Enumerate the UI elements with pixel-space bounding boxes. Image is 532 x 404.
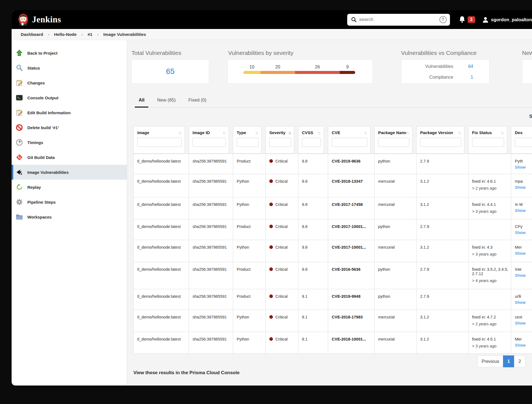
show-link[interactable]: Show [515, 343, 532, 347]
page-1-button[interactable]: 1 [503, 355, 514, 367]
show-link[interactable]: Show [515, 251, 532, 256]
cell-package-name: mercurial [375, 240, 417, 262]
sidebar-item-git-build-data[interactable]: Git Build Data [12, 150, 127, 165]
breadcrumb-page[interactable]: Image Vulnerabilities [103, 32, 146, 37]
filter-input-package-name[interactable] [378, 138, 409, 147]
cell-type: Python [233, 310, 266, 332]
column-header-type[interactable]: Type ↑↓ [233, 126, 262, 154]
previous-page-button[interactable]: Previous [478, 355, 503, 367]
tab-bar: All New (65) Fixed (0) [135, 94, 532, 108]
column-header-image-id[interactable]: Image ID ↑↓ [189, 126, 229, 154]
filter-input-type[interactable] [237, 138, 259, 147]
cell-cve: CVE-2017-10001... [328, 240, 375, 262]
compliance-count-link[interactable]: 1 [453, 75, 473, 80]
notification-bell-icon[interactable] [459, 16, 465, 23]
column-header-package-version[interactable]: Package Version ↑↓ [416, 126, 464, 154]
tab-new[interactable]: New (65) [153, 94, 180, 107]
sidebar-item-replay[interactable]: Replay [12, 180, 127, 195]
column-header-fix-status[interactable]: Fix Status ↑↓ [468, 126, 507, 154]
cell-image-id: sha256:387985591 [189, 174, 233, 197]
sidebar-item-changes[interactable]: Changes [12, 75, 127, 90]
breadcrumb: Dashboard › Hello-Node › #1 › Image Vuln… [12, 29, 532, 40]
show-link[interactable]: Show [515, 185, 532, 190]
sort-desc-icon: ↓ [180, 130, 181, 135]
sort-icon[interactable]: ↑↓ [406, 130, 409, 135]
cell-fix-status [468, 219, 511, 240]
severity-segment-critical [340, 71, 355, 74]
sidebar-item-console-output[interactable]: Console Output [12, 90, 127, 105]
column-header-severity[interactable]: Severity ↑↓ [265, 126, 294, 154]
cell-description: mpaShow [511, 174, 532, 197]
notification-count-badge[interactable]: 3 [468, 16, 475, 23]
show-link[interactable]: Show [515, 230, 532, 235]
sort-icon[interactable]: ↑↓ [223, 130, 226, 135]
cell-type: Python [233, 197, 266, 219]
breadcrumb-project[interactable]: Hello-Node [54, 32, 77, 37]
table-row: tl_demo/hellonode:latest sha256:38798559… [134, 219, 532, 240]
filter-input-severity[interactable] [269, 138, 291, 147]
sort-icon[interactable]: ↑↓ [178, 130, 182, 135]
filter-input-image[interactable] [137, 138, 182, 147]
show-link[interactable]: Show [515, 165, 532, 169]
sort-icon-active[interactable]: ↑↓ [288, 130, 291, 135]
column-header-cve[interactable]: CVE ↑↓ [328, 126, 370, 154]
sidebar-item-pipeline-steps[interactable]: Pipeline Steps [12, 195, 127, 209]
table-header-row: Image ↑↓ Image ID ↑↓ Type ↑↓ [133, 126, 532, 154]
sort-icon[interactable]: ↑↓ [255, 130, 259, 135]
sort-icon[interactable]: ↑↓ [364, 130, 367, 135]
severity-critical-count: 9 [340, 65, 355, 70]
sidebar-item-delete-build[interactable]: Delete build ‘#1’ [12, 120, 127, 135]
card-title-total: Total Vulnerabilities [131, 50, 181, 56]
help-icon[interactable]: ? [439, 16, 447, 23]
sort-desc-icon: ↓ [319, 130, 320, 135]
sidebar-item-timings[interactable]: Timings [12, 135, 127, 150]
sidebar-item-edit-build-information[interactable]: Edit Build Information [12, 105, 127, 120]
cell-package-version: 2.7.9 [417, 219, 468, 240]
sort-desc-icon: ↓ [407, 130, 409, 135]
column-header-description[interactable]: Des [511, 126, 532, 154]
show-link[interactable]: Show [515, 300, 532, 305]
column-header-cvss[interactable]: CVSS ↑↓ [298, 126, 324, 154]
show-link[interactable]: Show [515, 321, 532, 325]
filter-input-fix-status[interactable] [472, 138, 504, 147]
jenkins-window: Jenkins ? 3 sgordon_paloalton [12, 10, 532, 386]
sort-icon[interactable]: ↑↓ [458, 130, 461, 135]
filter-input-description[interactable] [515, 138, 532, 147]
tab-fixed[interactable]: Fixed (0) [185, 94, 210, 107]
show-link[interactable]: Show [515, 273, 532, 278]
prisma-console-link[interactable]: View these results in the Prisma Cloud C… [133, 370, 239, 376]
vulnerabilities-count-link[interactable]: 64 [453, 64, 473, 69]
user-icon [482, 17, 489, 23]
table-row: tl_demo/hellonode:latest sha256:38798559… [134, 262, 532, 289]
jenkins-logo-icon[interactable] [18, 13, 29, 26]
cell-image-id: sha256:387985591 [189, 219, 233, 240]
sort-icon[interactable]: ↑↓ [501, 130, 504, 135]
search-input[interactable] [359, 17, 439, 22]
filter-input-image-id[interactable] [193, 138, 226, 147]
arrow-up-icon [16, 49, 23, 57]
page-2-button[interactable]: 2 [514, 355, 525, 367]
cell-type: Product [233, 219, 266, 240]
cell-description: CPyShow [511, 219, 532, 240]
cell-cve: CVE-2018-17983 [328, 310, 375, 332]
user-menu[interactable]: sgordon_paloalton [482, 17, 532, 23]
filter-input-cve[interactable] [332, 138, 367, 147]
brand-wordmark[interactable]: Jenkins [32, 15, 61, 25]
breadcrumb-dashboard[interactable]: Dashboard [21, 32, 43, 37]
tab-all[interactable]: All [135, 94, 148, 108]
sidebar-item-back-to-project[interactable]: Back to Project [12, 46, 127, 60]
table-row: tl_demo/hellonode:latest sha256:38798559… [134, 240, 532, 262]
show-link[interactable]: Show [515, 208, 532, 213]
sidebar-item-status[interactable]: Status [12, 60, 127, 75]
column-header-package-name[interactable]: Package Name ↑↓ [374, 126, 412, 154]
sidebar-item-image-vulnerabilities[interactable]: Image Vulnerabilities [12, 165, 127, 180]
cell-cvss: 9.8 [298, 219, 328, 240]
sidebar-item-workspaces[interactable]: Workspaces [12, 209, 127, 224]
notepad-icon [16, 79, 23, 86]
sort-icon[interactable]: ↑↓ [318, 130, 321, 135]
column-header-image[interactable]: Image ↑↓ [133, 126, 185, 154]
breadcrumb-build[interactable]: #1 [88, 32, 92, 37]
cell-package-name: python [375, 219, 417, 240]
filter-input-cvss[interactable] [302, 138, 321, 147]
filter-input-package-version[interactable] [420, 138, 461, 147]
